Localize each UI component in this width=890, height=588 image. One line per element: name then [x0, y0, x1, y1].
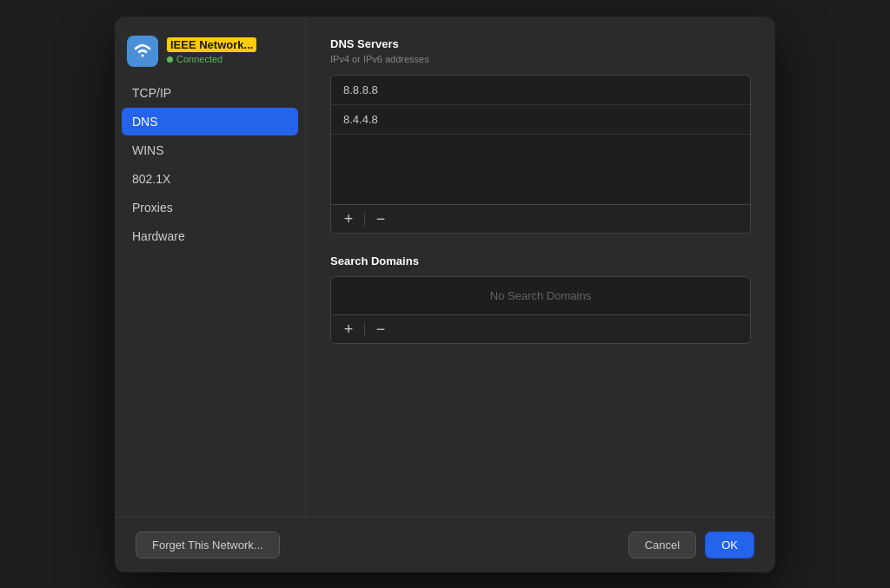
- dns-servers-list: 8.8.8.8 8.4.4.8 + −: [330, 75, 751, 234]
- search-domains-controls: + −: [331, 314, 750, 343]
- ok-button[interactable]: OK: [705, 532, 754, 558]
- sidebar-item-8021x[interactable]: 802.1X: [122, 165, 298, 193]
- forget-network-button[interactable]: Forget This Network...: [136, 532, 280, 558]
- dns-add-button[interactable]: +: [338, 208, 359, 229]
- search-domains-title: Search Domains: [330, 254, 751, 268]
- sidebar-item-dns[interactable]: DNS: [122, 108, 298, 135]
- search-domain-add-button[interactable]: +: [338, 319, 359, 340]
- dns-servers-controls: + −: [331, 204, 750, 233]
- sidebar: IEEE Network... Connected TCP/IP DNS WIN…: [115, 17, 306, 517]
- search-domains-empty: No Search Domains: [331, 277, 750, 314]
- sidebar-item-tcp-ip[interactable]: TCP/IP: [122, 79, 298, 107]
- network-info: IEEE Network... Connected: [167, 37, 256, 64]
- network-status: Connected: [167, 54, 256, 64]
- dialog-footer: Forget This Network... Cancel OK: [115, 517, 775, 572]
- search-domain-remove-button[interactable]: −: [370, 319, 391, 340]
- footer-right: Cancel OK: [628, 532, 754, 558]
- sidebar-nav: TCP/IP DNS WINS 802.1X Proxies Hardware: [115, 79, 305, 250]
- dns-servers-title: DNS Servers: [330, 37, 751, 50]
- search-domains-list: No Search Domains + −: [330, 276, 751, 344]
- cancel-button[interactable]: Cancel: [628, 532, 696, 558]
- network-header: IEEE Network... Connected: [115, 27, 305, 79]
- dns-servers-empty-space: [331, 135, 750, 204]
- sidebar-item-wins[interactable]: WINS: [122, 136, 298, 164]
- wifi-icon: [127, 36, 158, 67]
- main-content: DNS Servers IPv4 or IPv6 addresses 8.8.8…: [306, 17, 775, 517]
- dns-server-item-2[interactable]: 8.4.4.8: [331, 105, 750, 135]
- sidebar-item-proxies[interactable]: Proxies: [122, 194, 298, 221]
- search-domains-section: Search Domains No Search Domains + −: [330, 254, 751, 344]
- network-name: IEEE Network...: [167, 37, 256, 52]
- sidebar-item-hardware[interactable]: Hardware: [122, 222, 298, 250]
- dns-remove-button[interactable]: −: [370, 208, 391, 229]
- dns-server-item-1[interactable]: 8.8.8.8: [331, 76, 750, 105]
- footer-left: Forget This Network...: [136, 532, 280, 558]
- status-dot: [167, 56, 173, 63]
- network-settings-dialog: IEEE Network... Connected TCP/IP DNS WIN…: [115, 17, 775, 572]
- dns-servers-subtitle: IPv4 or IPv6 addresses: [330, 54, 751, 64]
- dns-servers-section: DNS Servers IPv4 or IPv6 addresses 8.8.8…: [330, 37, 751, 234]
- dialog-body: IEEE Network... Connected TCP/IP DNS WIN…: [115, 17, 775, 517]
- search-controls-divider: [364, 322, 365, 336]
- controls-divider: [364, 212, 365, 226]
